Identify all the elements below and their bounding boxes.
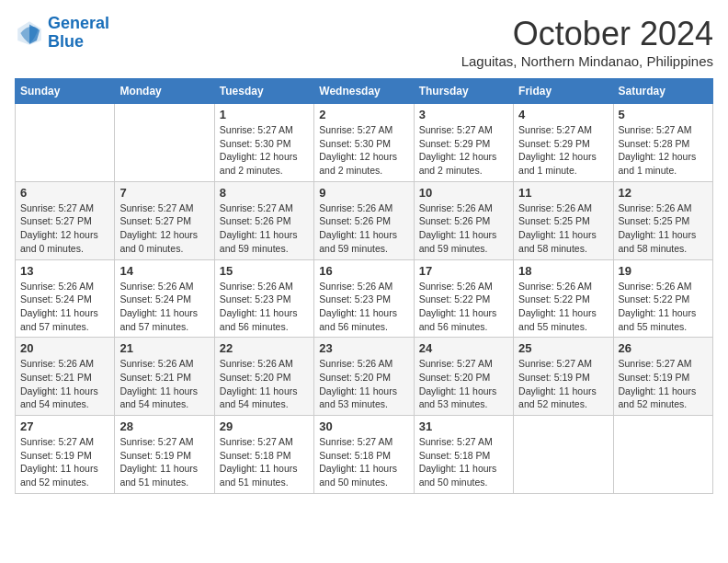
day-info: Sunrise: 5:27 AM Sunset: 5:19 PM Dayligh… (119, 435, 209, 489)
calendar-day-cell: 14Sunrise: 5:26 AM Sunset: 5:24 PM Dayli… (115, 259, 214, 338)
calendar-day-cell: 6Sunrise: 5:27 AM Sunset: 5:27 PM Daylig… (16, 181, 115, 259)
calendar-day-cell: 15Sunrise: 5:26 AM Sunset: 5:23 PM Dayli… (214, 259, 313, 338)
day-number: 26 (619, 341, 708, 355)
title-block: October 2024 Laguitas, Northern Mindanao… (461, 15, 713, 69)
calendar-day-cell: 27Sunrise: 5:27 AM Sunset: 5:19 PM Dayli… (16, 416, 115, 494)
day-number: 31 (419, 419, 508, 433)
calendar-day-cell: 8Sunrise: 5:27 AM Sunset: 5:26 PM Daylig… (214, 181, 313, 259)
calendar-week-row: 20Sunrise: 5:26 AM Sunset: 5:21 PM Dayli… (16, 338, 713, 416)
weekday-header-cell: Wednesday (314, 79, 414, 104)
day-number: 2 (319, 108, 408, 121)
calendar-day-cell: 7Sunrise: 5:27 AM Sunset: 5:27 PM Daylig… (115, 181, 214, 259)
day-number: 4 (518, 108, 608, 121)
calendar-day-cell: 25Sunrise: 5:27 AM Sunset: 5:19 PM Dayli… (514, 338, 613, 416)
day-info: Sunrise: 5:27 AM Sunset: 5:19 PM Dayligh… (20, 435, 109, 489)
calendar-day-cell (613, 416, 712, 494)
calendar-body: 1Sunrise: 5:27 AM Sunset: 5:30 PM Daylig… (16, 104, 713, 494)
day-number: 22 (220, 341, 309, 355)
day-number: 23 (319, 341, 408, 355)
day-info: Sunrise: 5:26 AM Sunset: 5:23 PM Dayligh… (319, 280, 408, 334)
day-number: 30 (319, 419, 408, 433)
calendar-week-row: 6Sunrise: 5:27 AM Sunset: 5:27 PM Daylig… (16, 181, 713, 259)
day-number: 20 (20, 341, 109, 355)
day-info: Sunrise: 5:27 AM Sunset: 5:18 PM Dayligh… (220, 435, 309, 489)
calendar-day-cell: 4Sunrise: 5:27 AM Sunset: 5:29 PM Daylig… (514, 104, 613, 182)
calendar-day-cell: 23Sunrise: 5:26 AM Sunset: 5:20 PM Dayli… (314, 338, 414, 416)
day-number: 18 (518, 264, 608, 278)
day-info: Sunrise: 5:26 AM Sunset: 5:24 PM Dayligh… (119, 280, 209, 334)
day-number: 25 (518, 341, 608, 355)
day-info: Sunrise: 5:26 AM Sunset: 5:23 PM Dayligh… (220, 280, 309, 334)
calendar-day-cell: 31Sunrise: 5:27 AM Sunset: 5:18 PM Dayli… (414, 416, 513, 494)
day-info: Sunrise: 5:27 AM Sunset: 5:26 PM Dayligh… (220, 201, 309, 256)
day-info: Sunrise: 5:27 AM Sunset: 5:30 PM Dayligh… (319, 123, 408, 178)
day-info: Sunrise: 5:27 AM Sunset: 5:27 PM Dayligh… (20, 201, 109, 256)
calendar-day-cell: 11Sunrise: 5:26 AM Sunset: 5:25 PM Dayli… (514, 181, 613, 259)
calendar-day-cell: 28Sunrise: 5:27 AM Sunset: 5:19 PM Dayli… (115, 416, 214, 494)
calendar-day-cell: 1Sunrise: 5:27 AM Sunset: 5:30 PM Daylig… (214, 104, 313, 182)
weekday-header-cell: Monday (115, 79, 214, 104)
calendar-week-row: 1Sunrise: 5:27 AM Sunset: 5:30 PM Daylig… (16, 104, 713, 182)
day-number: 10 (419, 186, 508, 200)
day-number: 24 (419, 341, 508, 355)
day-info: Sunrise: 5:26 AM Sunset: 5:24 PM Dayligh… (20, 280, 109, 334)
calendar-day-cell: 12Sunrise: 5:26 AM Sunset: 5:25 PM Dayli… (613, 181, 712, 259)
calendar-day-cell: 3Sunrise: 5:27 AM Sunset: 5:29 PM Daylig… (414, 104, 513, 182)
day-number: 13 (20, 264, 109, 278)
day-info: Sunrise: 5:26 AM Sunset: 5:22 PM Dayligh… (518, 280, 608, 334)
day-info: Sunrise: 5:26 AM Sunset: 5:26 PM Dayligh… (419, 201, 508, 256)
page-header: General Blue October 2024 Laguitas, Nort… (15, 15, 713, 69)
day-number: 17 (419, 264, 508, 278)
calendar-day-cell: 13Sunrise: 5:26 AM Sunset: 5:24 PM Dayli… (16, 259, 115, 338)
calendar-week-row: 13Sunrise: 5:26 AM Sunset: 5:24 PM Dayli… (16, 259, 713, 338)
day-number: 21 (119, 341, 209, 355)
calendar-day-cell: 19Sunrise: 5:26 AM Sunset: 5:22 PM Dayli… (613, 259, 712, 338)
calendar-day-cell (514, 416, 613, 494)
day-info: Sunrise: 5:26 AM Sunset: 5:25 PM Dayligh… (619, 201, 708, 256)
day-info: Sunrise: 5:27 AM Sunset: 5:18 PM Dayligh… (419, 435, 508, 489)
weekday-header-row: SundayMondayTuesdayWednesdayThursdayFrid… (16, 79, 713, 104)
day-number: 12 (619, 186, 708, 200)
weekday-header-cell: Thursday (414, 79, 513, 104)
calendar-day-cell: 30Sunrise: 5:27 AM Sunset: 5:18 PM Dayli… (314, 416, 414, 494)
calendar-day-cell: 26Sunrise: 5:27 AM Sunset: 5:19 PM Dayli… (613, 338, 712, 416)
calendar-day-cell: 5Sunrise: 5:27 AM Sunset: 5:28 PM Daylig… (613, 104, 712, 182)
weekday-header-cell: Tuesday (214, 79, 313, 104)
calendar-day-cell: 2Sunrise: 5:27 AM Sunset: 5:30 PM Daylig… (314, 104, 414, 182)
calendar-day-cell: 18Sunrise: 5:26 AM Sunset: 5:22 PM Dayli… (514, 259, 613, 338)
calendar-day-cell: 29Sunrise: 5:27 AM Sunset: 5:18 PM Dayli… (214, 416, 313, 494)
calendar-day-cell (16, 104, 115, 182)
day-number: 16 (319, 264, 408, 278)
calendar-day-cell: 10Sunrise: 5:26 AM Sunset: 5:26 PM Dayli… (414, 181, 513, 259)
day-number: 7 (119, 186, 209, 200)
day-info: Sunrise: 5:27 AM Sunset: 5:19 PM Dayligh… (619, 357, 708, 411)
day-number: 29 (220, 419, 309, 433)
day-number: 27 (20, 419, 109, 433)
day-info: Sunrise: 5:26 AM Sunset: 5:25 PM Dayligh… (518, 201, 608, 256)
day-number: 5 (619, 108, 708, 121)
logo-text: General Blue (48, 15, 109, 52)
calendar-day-cell: 20Sunrise: 5:26 AM Sunset: 5:21 PM Dayli… (16, 338, 115, 416)
weekday-header-cell: Sunday (16, 79, 115, 104)
day-number: 15 (220, 264, 309, 278)
day-info: Sunrise: 5:26 AM Sunset: 5:20 PM Dayligh… (220, 357, 309, 411)
weekday-header-cell: Saturday (613, 79, 712, 104)
day-info: Sunrise: 5:26 AM Sunset: 5:22 PM Dayligh… (419, 280, 508, 334)
day-info: Sunrise: 5:27 AM Sunset: 5:19 PM Dayligh… (518, 357, 608, 411)
day-info: Sunrise: 5:27 AM Sunset: 5:29 PM Dayligh… (419, 123, 508, 178)
day-number: 8 (220, 186, 309, 200)
calendar-day-cell (115, 104, 214, 182)
day-number: 14 (119, 264, 209, 278)
calendar-day-cell: 9Sunrise: 5:26 AM Sunset: 5:26 PM Daylig… (314, 181, 414, 259)
calendar-day-cell: 16Sunrise: 5:26 AM Sunset: 5:23 PM Dayli… (314, 259, 414, 338)
day-info: Sunrise: 5:26 AM Sunset: 5:21 PM Dayligh… (119, 357, 209, 411)
day-info: Sunrise: 5:26 AM Sunset: 5:20 PM Dayligh… (319, 357, 408, 411)
day-number: 11 (518, 186, 608, 200)
day-info: Sunrise: 5:26 AM Sunset: 5:26 PM Dayligh… (319, 201, 408, 256)
day-number: 19 (619, 264, 708, 278)
day-number: 9 (319, 186, 408, 200)
calendar-table: SundayMondayTuesdayWednesdayThursdayFrid… (15, 78, 713, 494)
calendar-day-cell: 17Sunrise: 5:26 AM Sunset: 5:22 PM Dayli… (414, 259, 513, 338)
day-info: Sunrise: 5:26 AM Sunset: 5:21 PM Dayligh… (20, 357, 109, 411)
day-info: Sunrise: 5:27 AM Sunset: 5:18 PM Dayligh… (319, 435, 408, 489)
